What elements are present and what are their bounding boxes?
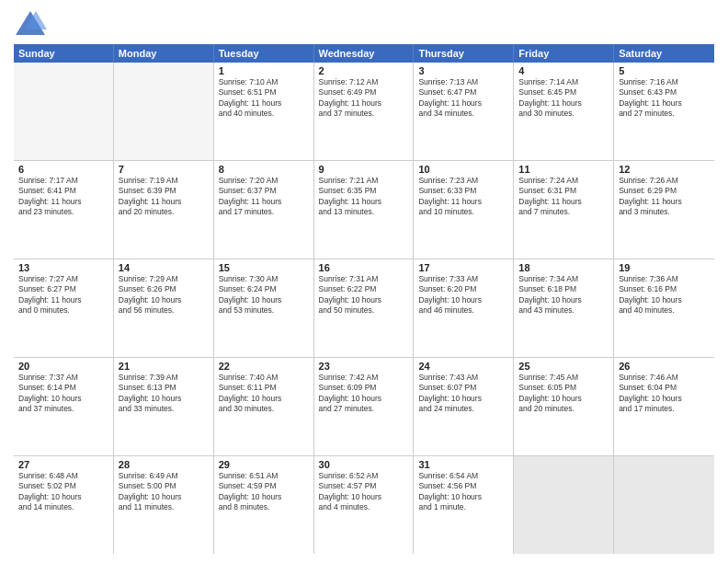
cell-line: Sunrise: 7:34 AM <box>518 274 609 284</box>
calendar-body: 1Sunrise: 7:10 AMSunset: 6:51 PMDaylight… <box>14 63 714 554</box>
day-number: 10 <box>418 164 508 175</box>
weekday-header-monday: Monday <box>114 44 214 63</box>
cell-line: Daylight: 10 hours <box>119 492 209 502</box>
day-number: 14 <box>119 262 209 273</box>
cell-line: Sunrise: 7:27 AM <box>18 274 108 284</box>
cal-cell-r0-c2: 1Sunrise: 7:10 AMSunset: 6:51 PMDaylight… <box>214 63 314 160</box>
cell-line: and 17 minutes. <box>619 404 710 414</box>
cell-line: Sunrise: 7:21 AM <box>319 176 409 186</box>
cell-line: and 27 minutes. <box>319 404 409 414</box>
cell-line: Sunset: 5:02 PM <box>18 481 108 491</box>
cell-line: Daylight: 10 hours <box>619 394 710 404</box>
cell-line: Sunrise: 7:19 AM <box>119 176 209 186</box>
calendar-row-2: 13Sunrise: 7:27 AMSunset: 6:27 PMDayligh… <box>14 259 714 358</box>
cell-line: Sunset: 6:51 PM <box>219 87 309 98</box>
cell-line: and 17 minutes. <box>219 207 309 217</box>
cal-cell-r0-c5: 4Sunrise: 7:14 AMSunset: 6:45 PMDaylight… <box>514 63 614 160</box>
day-number: 4 <box>518 65 609 76</box>
cell-line: Sunset: 6:27 PM <box>18 284 108 294</box>
cell-line: Daylight: 11 hours <box>219 98 309 109</box>
day-number: 13 <box>18 262 108 273</box>
cal-cell-r3-c0: 20Sunrise: 7:37 AMSunset: 6:14 PMDayligh… <box>14 358 114 455</box>
day-number: 19 <box>619 262 710 273</box>
cell-line: Sunset: 6:37 PM <box>219 186 309 196</box>
cal-cell-r2-c0: 13Sunrise: 7:27 AMSunset: 6:27 PMDayligh… <box>14 259 114 357</box>
cal-cell-r2-c6: 19Sunrise: 7:36 AMSunset: 6:16 PMDayligh… <box>614 259 714 357</box>
cal-cell-r4-c3: 30Sunrise: 6:52 AMSunset: 4:57 PMDayligh… <box>314 456 415 554</box>
calendar-row-1: 6Sunrise: 7:17 AMSunset: 6:41 PMDaylight… <box>14 161 714 259</box>
cell-line: Sunset: 4:56 PM <box>418 481 508 491</box>
cell-line: and 13 minutes. <box>319 207 409 217</box>
cal-cell-r2-c4: 17Sunrise: 7:33 AMSunset: 6:20 PMDayligh… <box>414 259 514 357</box>
day-number: 5 <box>619 65 710 76</box>
day-number: 12 <box>619 164 710 175</box>
cell-line: Sunset: 6:39 PM <box>119 186 209 196</box>
cell-line: and 40 minutes. <box>619 305 710 316</box>
calendar-row-0: 1Sunrise: 7:10 AMSunset: 6:51 PMDaylight… <box>14 63 714 161</box>
cell-line: Daylight: 10 hours <box>518 295 609 305</box>
cal-cell-r1-c1: 7Sunrise: 7:19 AMSunset: 6:39 PMDaylight… <box>114 161 214 259</box>
cell-line: and 11 minutes. <box>119 502 209 512</box>
day-number: 16 <box>319 262 409 273</box>
cell-line: and 37 minutes. <box>18 404 108 414</box>
cal-cell-r4-c1: 28Sunrise: 6:49 AMSunset: 5:00 PMDayligh… <box>114 456 214 554</box>
cell-line: and 34 minutes. <box>418 109 508 119</box>
cell-line: Sunrise: 7:39 AM <box>119 373 209 383</box>
cell-line: Daylight: 11 hours <box>518 98 609 109</box>
day-number: 28 <box>119 459 209 470</box>
cell-line: Daylight: 11 hours <box>119 197 209 207</box>
day-number: 21 <box>119 361 209 372</box>
cell-line: Daylight: 11 hours <box>18 295 108 305</box>
cell-line: Daylight: 10 hours <box>18 394 108 404</box>
cell-line: Daylight: 10 hours <box>619 295 710 305</box>
cell-line: Sunset: 6:05 PM <box>518 383 609 393</box>
cell-line: and 1 minute. <box>418 502 508 512</box>
cal-cell-r4-c5 <box>514 456 614 554</box>
cal-cell-r3-c1: 21Sunrise: 7:39 AMSunset: 6:13 PMDayligh… <box>114 358 214 455</box>
cal-cell-r3-c3: 23Sunrise: 7:42 AMSunset: 6:09 PMDayligh… <box>314 358 415 455</box>
cell-line: Sunset: 4:57 PM <box>319 481 409 491</box>
cell-line: and 3 minutes. <box>619 207 710 217</box>
cell-line: Daylight: 10 hours <box>119 295 209 305</box>
cell-line: Sunset: 6:09 PM <box>319 383 409 393</box>
cell-line: Sunset: 6:29 PM <box>619 186 710 196</box>
cal-cell-r0-c0 <box>14 63 114 160</box>
calendar-header: SundayMondayTuesdayWednesdayThursdayFrid… <box>14 44 714 63</box>
cell-line: and 8 minutes. <box>219 502 309 512</box>
day-number: 26 <box>619 361 710 372</box>
day-number: 23 <box>319 361 409 372</box>
cell-line: Sunrise: 7:29 AM <box>119 274 209 284</box>
weekday-header-saturday: Saturday <box>614 44 714 63</box>
cell-line: and 37 minutes. <box>319 109 409 119</box>
cal-cell-r1-c6: 12Sunrise: 7:26 AMSunset: 6:29 PMDayligh… <box>614 161 714 259</box>
day-number: 22 <box>219 361 309 372</box>
cal-cell-r1-c3: 9Sunrise: 7:21 AMSunset: 6:35 PMDaylight… <box>314 161 415 259</box>
cell-line: Sunrise: 7:31 AM <box>319 274 409 284</box>
cell-line: and 50 minutes. <box>319 305 409 316</box>
cell-line: Daylight: 10 hours <box>219 394 309 404</box>
cell-line: Sunset: 4:59 PM <box>219 481 309 491</box>
cal-cell-r1-c5: 11Sunrise: 7:24 AMSunset: 6:31 PMDayligh… <box>514 161 614 259</box>
cell-line: Daylight: 11 hours <box>619 197 710 207</box>
cell-line: Daylight: 10 hours <box>319 295 409 305</box>
cell-line: Sunrise: 6:49 AM <box>119 471 209 481</box>
cell-line: and 43 minutes. <box>518 305 609 316</box>
cell-line: Sunrise: 7:36 AM <box>619 274 710 284</box>
cell-line: Daylight: 10 hours <box>219 492 309 502</box>
cell-line: Sunset: 6:45 PM <box>518 87 609 98</box>
cell-line: Sunrise: 7:23 AM <box>418 176 508 186</box>
cell-line: Daylight: 10 hours <box>418 394 508 404</box>
cal-cell-r0-c4: 3Sunrise: 7:13 AMSunset: 6:47 PMDaylight… <box>414 63 514 160</box>
cell-line: Sunset: 6:07 PM <box>418 383 508 393</box>
calendar-row-4: 27Sunrise: 6:48 AMSunset: 5:02 PMDayligh… <box>14 456 714 554</box>
cal-cell-r3-c6: 26Sunrise: 7:46 AMSunset: 6:04 PMDayligh… <box>614 358 714 455</box>
day-number: 8 <box>219 164 309 175</box>
cell-line: Sunset: 6:35 PM <box>319 186 409 196</box>
logo-icon <box>14 9 47 37</box>
cell-line: and 20 minutes. <box>119 207 209 217</box>
cell-line: Daylight: 10 hours <box>518 394 609 404</box>
cell-line: Daylight: 10 hours <box>319 492 409 502</box>
cell-line: Daylight: 10 hours <box>219 295 309 305</box>
calendar-row-3: 20Sunrise: 7:37 AMSunset: 6:14 PMDayligh… <box>14 358 714 456</box>
cell-line: Sunrise: 6:51 AM <box>219 471 309 481</box>
